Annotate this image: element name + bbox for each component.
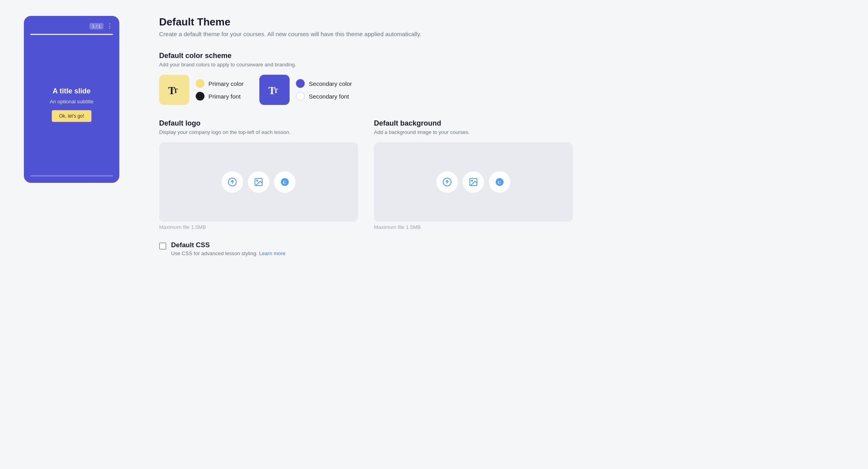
upload-icon — [228, 177, 237, 187]
primary-color-preview-box[interactable]: T T — [159, 75, 189, 105]
slide-preview-panel: 1 / 1 ⋮ A title slide An optional subtit… — [24, 16, 135, 271]
css-checkbox[interactable] — [159, 242, 166, 250]
secondary-color-circle — [296, 79, 305, 88]
slide-pagination: 1 / 1 — [90, 23, 103, 29]
svg-point-7 — [257, 180, 258, 181]
primary-color-card: T T Primary color Primary font — [159, 75, 243, 105]
background-title: Default background — [374, 119, 573, 128]
primary-font-label: Primary font — [208, 93, 241, 100]
logo-background-row: Default logo Display your company logo o… — [159, 119, 573, 230]
secondary-color-label: Secondary color — [309, 80, 352, 87]
color-scheme-section: Default color scheme Add your brand colo… — [159, 52, 573, 105]
svg-point-13 — [471, 180, 473, 181]
logo-canva-button[interactable]: C — [274, 171, 296, 193]
upload-icon — [442, 177, 452, 187]
css-text-block: Default CSS Use CSS for advanced lesson … — [171, 241, 573, 256]
primary-font-circle — [196, 92, 204, 101]
canva-icon: C — [280, 177, 290, 187]
slide-subtitle: An optional subtitle — [50, 99, 93, 105]
secondary-color-label-row[interactable]: Secondary color — [296, 79, 352, 88]
primary-color-label-row[interactable]: Primary color — [196, 79, 243, 88]
css-title: Default CSS — [171, 241, 573, 249]
slide-content: A title slide An optional subtitle Ok, l… — [30, 38, 113, 171]
background-canva-button[interactable]: C — [489, 171, 510, 193]
secondary-color-preview-box[interactable]: T T — [259, 75, 290, 105]
logo-media-button[interactable] — [248, 171, 269, 193]
slide-phone: 1 / 1 ⋮ A title slide An optional subtit… — [24, 16, 119, 183]
background-file-size: Maximum file 1.5MB — [374, 224, 573, 230]
logo-upload-box[interactable]: C — [159, 142, 358, 222]
slide-progress-fill — [30, 34, 113, 35]
css-desc: Use CSS for advanced lesson styling. Lea… — [171, 250, 573, 256]
color-scheme-desc: Add your brand colors to apply to course… — [159, 62, 573, 68]
primary-color-label: Primary color — [208, 80, 243, 87]
css-section: Default CSS Use CSS for advanced lesson … — [159, 241, 573, 256]
settings-panel: Default Theme Create a default theme for… — [159, 16, 573, 271]
svg-text:C: C — [283, 179, 286, 185]
slide-top-bar: 1 / 1 ⋮ — [30, 22, 113, 30]
logo-title: Default logo — [159, 119, 358, 128]
logo-upload-button[interactable] — [222, 171, 243, 193]
svg-text:T: T — [173, 87, 178, 95]
logo-section: Default logo Display your company logo o… — [159, 119, 358, 230]
css-checkbox-row: Default CSS Use CSS for advanced lesson … — [159, 241, 573, 256]
media-icon — [469, 177, 478, 187]
slide-cta-button[interactable]: Ok, let's go! — [52, 110, 92, 122]
page-subtitle: Create a default theme for your courses.… — [159, 31, 573, 37]
slide-bottom-bar — [30, 175, 113, 176]
slide-menu-dots-icon[interactable]: ⋮ — [107, 22, 113, 30]
primary-font-label-row[interactable]: Primary font — [196, 92, 243, 101]
svg-text:C: C — [498, 179, 501, 185]
color-scheme-row: T T Primary color Primary font — [159, 75, 573, 105]
secondary-font-label-row[interactable]: Secondary font — [296, 92, 352, 101]
primary-color-circle — [196, 79, 204, 88]
background-media-button[interactable] — [463, 171, 484, 193]
background-upload-box[interactable]: C — [374, 142, 573, 222]
css-learn-more-link[interactable]: Learn more — [259, 250, 285, 256]
logo-file-size: Maximum file 1.5MB — [159, 224, 358, 230]
secondary-text-icon: T T — [267, 82, 282, 97]
svg-text:T: T — [274, 87, 278, 95]
secondary-color-labels: Secondary color Secondary font — [296, 79, 352, 101]
background-desc: Add a background image to your courses. — [374, 129, 573, 135]
logo-desc: Display your company logo on the top-lef… — [159, 129, 358, 135]
slide-progress-bar — [30, 34, 113, 35]
secondary-font-circle — [296, 92, 305, 101]
primary-text-icon: T T — [167, 82, 182, 97]
background-upload-button[interactable] — [436, 171, 458, 193]
primary-color-labels: Primary color Primary font — [196, 79, 243, 101]
background-section: Default background Add a background imag… — [374, 119, 573, 230]
color-scheme-title: Default color scheme — [159, 52, 573, 60]
media-icon — [254, 177, 263, 187]
page-title: Default Theme — [159, 16, 573, 28]
secondary-font-label: Secondary font — [309, 93, 349, 100]
secondary-color-card: T T Secondary color Secondary font — [259, 75, 352, 105]
slide-title: A title slide — [53, 87, 90, 95]
canva-icon: C — [495, 177, 504, 187]
